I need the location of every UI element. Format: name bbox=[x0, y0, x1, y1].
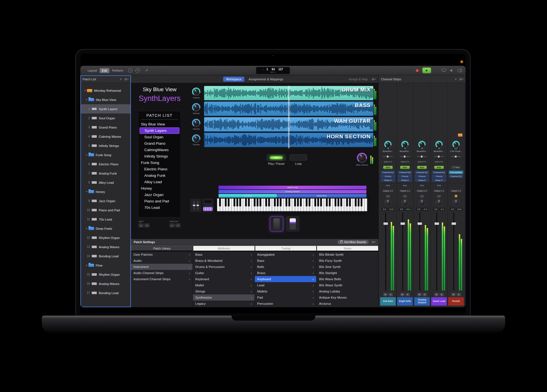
insert-slot[interactable]: Delay D bbox=[381, 178, 395, 182]
insert-slot[interactable]: Delay D bbox=[415, 178, 429, 182]
input-format[interactable] bbox=[455, 193, 457, 199]
browser-item[interactable]: Bass bbox=[255, 258, 316, 264]
disclosure-triangle-icon[interactable]: ▾ bbox=[85, 264, 88, 267]
browser-item[interactable]: Instrument bbox=[131, 264, 193, 270]
mini-fader[interactable] bbox=[380, 154, 396, 159]
track-volume-knob[interactable] bbox=[192, 134, 200, 143]
mode-button[interactable]: Edit bbox=[100, 68, 109, 73]
channel-strip[interactable]: 127 2.6s Vocal... Rvb ChromaVerbChannel … bbox=[448, 83, 465, 306]
patch-list-row[interactable]: 7 Analog Funk bbox=[80, 169, 131, 178]
mute-button[interactable]: M bbox=[451, 293, 456, 296]
browser-item[interactable]: Arcturus bbox=[316, 301, 378, 307]
onstage-patch-item[interactable]: Infinity Strings bbox=[138, 153, 181, 159]
patch-list-row[interactable]: 11 70s Lead bbox=[80, 215, 131, 224]
patch-list-row[interactable]: 8 Alloy Lead bbox=[80, 178, 131, 187]
send-slot[interactable] bbox=[448, 183, 464, 188]
expression-pedal[interactable] bbox=[286, 216, 299, 231]
patch-list-row[interactable]: 13 Analog Waves bbox=[80, 242, 131, 251]
track-volume-knob[interactable] bbox=[192, 103, 200, 112]
keyboard-layer[interactable]: Sub Bass bbox=[219, 194, 277, 198]
patch-list-row[interactable]: 1 Synth Layers bbox=[80, 104, 131, 113]
input-format[interactable] bbox=[437, 193, 441, 199]
mode-button[interactable]: Perform bbox=[110, 68, 125, 73]
set-down-button[interactable]: ▼ bbox=[145, 224, 149, 227]
disclosure-triangle-icon[interactable]: ▾ bbox=[83, 89, 87, 92]
mini-fader[interactable] bbox=[397, 154, 413, 159]
controller-module[interactable] bbox=[190, 199, 201, 212]
volume-fader[interactable] bbox=[431, 212, 447, 291]
midi-fx-slot[interactable]: MIDI FX bbox=[397, 159, 413, 164]
patch-list-row[interactable]: 10 Piano and Pad bbox=[80, 205, 131, 215]
tuner-icon[interactable] bbox=[145, 69, 149, 72]
disclosure-triangle-icon[interactable]: ▾ bbox=[85, 98, 88, 101]
mini-keyboard-module[interactable] bbox=[202, 199, 213, 212]
instrument-slot[interactable]: ES2 bbox=[431, 164, 447, 170]
patch-list-row[interactable]: 5 Infinity Strings bbox=[80, 141, 131, 150]
patch-list-row[interactable]: ▾ Deep Feels bbox=[80, 224, 131, 233]
onstage-patch-item[interactable]: Honey bbox=[138, 185, 181, 192]
volume-fader[interactable] bbox=[380, 212, 396, 291]
output-slot[interactable]: Output 1-2 bbox=[380, 188, 396, 193]
onscreen-keyboard[interactable] bbox=[216, 198, 368, 212]
insert-slot[interactable]: ChromaVerb bbox=[449, 171, 463, 174]
insert-slot[interactable]: Channel EQ bbox=[415, 171, 429, 174]
midi-fx-slot[interactable]: MIDI FX bbox=[414, 159, 430, 164]
patch-up-button[interactable]: ▲ bbox=[170, 224, 174, 227]
patch-list-row[interactable]: 6 Electric Piano bbox=[80, 159, 131, 169]
workspace-action-menu[interactable]: ⊖▾ bbox=[371, 77, 378, 81]
midi-fx-slot[interactable] bbox=[448, 159, 464, 164]
pan-knob[interactable] bbox=[385, 199, 391, 206]
browser-item[interactable]: Audio bbox=[131, 258, 193, 264]
browser-item[interactable]: Guitar bbox=[193, 270, 255, 276]
loop-pad[interactable] bbox=[290, 154, 307, 161]
fader-thumb[interactable] bbox=[435, 222, 439, 225]
insert-slot[interactable]: Delay D bbox=[432, 178, 446, 182]
browser-item[interactable]: Lead bbox=[255, 282, 316, 288]
insert-slot[interactable]: Chorus bbox=[415, 175, 429, 178]
record-button[interactable] bbox=[416, 69, 419, 72]
pan-knob[interactable] bbox=[419, 199, 425, 206]
pan-control[interactable] bbox=[436, 199, 442, 207]
midi-fx-slot[interactable]: MIDI FX bbox=[431, 159, 447, 164]
play-pause-pad[interactable] bbox=[267, 154, 286, 161]
channel-strips-action-menu[interactable]: ⊖▾ bbox=[459, 77, 463, 81]
onstage-patch-item[interactable]: Grand Piano bbox=[138, 140, 181, 147]
browser-item[interactable]: Audio Channel Strips bbox=[131, 270, 193, 276]
patch-list-row[interactable]: ▾ Honey bbox=[80, 187, 131, 196]
pan-knob[interactable] bbox=[436, 199, 442, 206]
disclosure-triangle-icon[interactable]: ▾ bbox=[85, 154, 88, 156]
onstage-patch-item[interactable]: Alloy Lead bbox=[138, 179, 181, 185]
browser-item[interactable]: Brass bbox=[255, 270, 316, 276]
browser-item[interactable]: Bass bbox=[193, 251, 255, 258]
channel-strips-toggle-icon[interactable] bbox=[458, 69, 462, 72]
send-slot[interactable]: Rvb bbox=[397, 183, 413, 188]
insert-slot[interactable]: Channel EQ bbox=[449, 175, 463, 178]
get-more-sounds-button[interactable]: Get More Sounds bbox=[337, 240, 369, 244]
browser-item[interactable]: Arpeggiated bbox=[255, 251, 316, 258]
send-slot[interactable]: Rvb bbox=[414, 183, 430, 188]
browser-item[interactable]: Keyboard bbox=[255, 276, 316, 282]
instrument-slot[interactable]: ES2 bbox=[414, 164, 430, 170]
browser-item[interactable]: Percussion bbox=[255, 301, 316, 307]
instrument-slot[interactable]: Rvb bbox=[448, 164, 464, 170]
pan-knob[interactable] bbox=[402, 199, 408, 206]
browser-item[interactable]: Synthesizer bbox=[193, 294, 255, 301]
strip-name[interactable]: Bright Bells bbox=[397, 297, 413, 306]
volume-fader[interactable] bbox=[414, 212, 430, 291]
insert-slot[interactable]: Chorus bbox=[398, 175, 412, 178]
sustain-pedal[interactable] bbox=[270, 216, 283, 231]
output-slot[interactable]: Output 1-2 bbox=[431, 188, 447, 193]
mute-button[interactable]: M bbox=[417, 293, 422, 296]
insert-slot[interactable]: Channel EQ bbox=[432, 171, 446, 174]
browser-item[interactable]: Mallet bbox=[193, 282, 255, 288]
patch-list-row[interactable]: 2 Soul Organ bbox=[80, 113, 131, 123]
onstage-patch-item[interactable]: Sky Blue View bbox=[138, 121, 181, 127]
pan-control[interactable] bbox=[419, 199, 425, 207]
browser-item[interactable]: Analog Lullaby bbox=[316, 288, 378, 294]
workspace-tab[interactable]: Assignments & Mappings bbox=[246, 77, 286, 82]
insert-slot[interactable]: Chorus bbox=[381, 175, 395, 178]
browser-item[interactable]: Legacy bbox=[193, 301, 255, 307]
strip-name[interactable]: Sub Bass bbox=[380, 297, 396, 306]
pan-control[interactable] bbox=[453, 199, 459, 207]
input-format[interactable] bbox=[403, 193, 407, 199]
